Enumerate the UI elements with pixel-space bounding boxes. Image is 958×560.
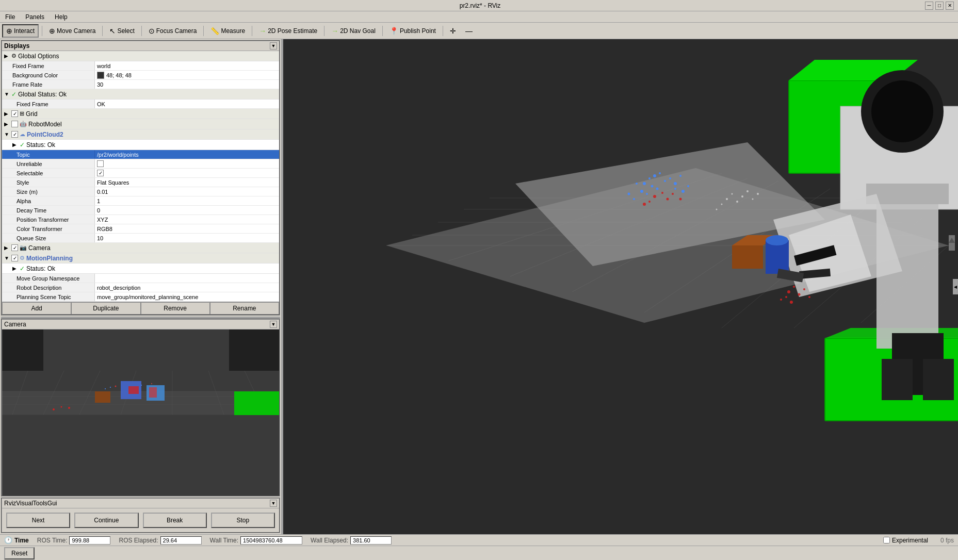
ros-time-field: ROS Time: 999.88	[37, 536, 111, 545]
robot-description-value[interactable]: robot_description	[95, 283, 279, 292]
interact-button[interactable]: ⊕ Interact	[2, 24, 39, 38]
selectable-checkbox[interactable]	[97, 170, 104, 176]
robot-model-row[interactable]: ▶ 🤖 RobotModel	[2, 119, 279, 129]
size-label: Size (m)	[2, 187, 95, 196]
background-color-value[interactable]: 48; 48; 48	[95, 71, 279, 79]
svg-point-21	[105, 388, 106, 389]
clock-icon: 🕐	[4, 536, 12, 544]
color-transformer-value[interactable]: RGB8	[95, 224, 279, 233]
style-row: Style Flat Squares	[2, 178, 279, 187]
3d-scene-svg	[283, 39, 958, 534]
svg-point-67	[659, 172, 661, 174]
unreliable-checkbox[interactable]	[97, 160, 104, 167]
next-button[interactable]: Next	[6, 513, 70, 528]
grid-expand[interactable]: ▶	[4, 111, 11, 117]
add-tool-icon: ✛	[450, 27, 456, 35]
menu-help[interactable]: Help	[52, 12, 71, 22]
continue-button[interactable]: Continue	[74, 513, 138, 528]
alpha-value[interactable]: 1	[95, 196, 279, 205]
svg-rect-61	[923, 359, 954, 400]
position-transformer-value[interactable]: XYZ	[95, 215, 279, 224]
focus-camera-button[interactable]: ⊙ Focus Camera	[145, 24, 201, 38]
measure-button[interactable]: 📏 Measure	[207, 24, 249, 38]
motion-planning-status-row[interactable]: ▶ ✓ Status: Ok	[2, 263, 279, 274]
camera-collapse-button[interactable]: ▼	[270, 321, 277, 328]
pointcloud2-row[interactable]: ▼ ☁ PointCloud2	[2, 129, 279, 140]
motion-planning-expand[interactable]: ▼	[4, 255, 11, 261]
nav-goal-button[interactable]: → 2D Nav Goal	[328, 24, 379, 38]
rename-button[interactable]: Rename	[210, 302, 279, 315]
camera-display-checkbox[interactable]	[11, 244, 18, 251]
pose-estimate-button[interactable]: → 2D Pose Estimate	[255, 24, 321, 38]
queue-size-value[interactable]: 10	[95, 234, 279, 242]
experimental-checkbox[interactable]	[883, 537, 890, 543]
frame-rate-value[interactable]: 30	[95, 80, 279, 89]
window-controls[interactable]: ─ □ ✕	[925, 2, 954, 10]
remove-tool-button[interactable]: —	[462, 24, 476, 38]
time-label: Time	[14, 537, 29, 544]
topic-row[interactable]: Topic /pr2/world/points	[2, 150, 279, 159]
global-status-row[interactable]: ▼ ✓ Global Status: Ok	[2, 89, 279, 100]
3d-viewport[interactable]: ◀	[283, 39, 958, 534]
pointcloud2-status-row[interactable]: ▶ ✓ Status: Ok	[2, 140, 279, 150]
reset-button[interactable]: Reset	[4, 547, 35, 559]
grid-checkbox[interactable]	[11, 110, 18, 117]
publish-point-button[interactable]: 📍 Publish Point	[386, 24, 440, 38]
displays-collapse-button[interactable]: ▼	[270, 42, 277, 50]
topic-value[interactable]: /pr2/world/points	[95, 150, 279, 159]
motion-planning-checkbox[interactable]	[11, 255, 18, 261]
toolbar-separator-4	[203, 26, 204, 36]
wall-elapsed-field: Wall Elapsed: 381.60	[311, 536, 392, 545]
robot-model-expand[interactable]: ▶	[4, 121, 11, 127]
add-button[interactable]: Add	[2, 302, 71, 315]
robot-model-checkbox[interactable]	[11, 121, 18, 127]
grid-row[interactable]: ▶ ⊞ Grid	[2, 109, 279, 119]
ros-elapsed-field: ROS Elapsed: 29.64	[119, 536, 201, 545]
toolbar-separator-7	[382, 26, 383, 36]
maximize-button[interactable]: □	[935, 2, 944, 10]
motion-planning-status-expand[interactable]: ▶	[12, 266, 20, 271]
stop-button[interactable]: Stop	[211, 513, 275, 528]
camera-display-row[interactable]: ▶ 📷 Camera	[2, 243, 279, 253]
fixed-frame-value[interactable]: world	[95, 61, 279, 70]
svg-rect-106	[732, 245, 763, 269]
minimize-button[interactable]: ─	[925, 2, 933, 10]
pose-estimate-icon: →	[259, 27, 266, 35]
pointcloud2-status-expand[interactable]: ▶	[12, 142, 20, 147]
planning-scene-topic-value[interactable]: move_group/monitored_planning_scene	[95, 292, 279, 301]
break-button[interactable]: Break	[143, 513, 207, 528]
camera-display-icon: 📷	[20, 244, 27, 251]
global-options-row[interactable]: ▶ ⚙ Global Options	[2, 51, 279, 61]
select-button[interactable]: ↖ Select	[106, 24, 138, 38]
global-status-expand[interactable]: ▼	[4, 91, 11, 97]
menu-file[interactable]: File	[2, 12, 18, 22]
motion-planning-row[interactable]: ▼ ⚙ MotionPlanning	[2, 253, 279, 263]
window-title: pr2.rviz* - RViz	[35, 2, 925, 9]
svg-point-23	[115, 386, 117, 387]
global-options-expand[interactable]: ▶	[4, 53, 11, 59]
add-tool-button[interactable]: ✛	[446, 24, 460, 38]
wall-elapsed-value: 381.60	[350, 536, 392, 545]
remove-button[interactable]: Remove	[141, 302, 210, 315]
pointcloud2-expand[interactable]: ▼	[4, 131, 11, 137]
size-value[interactable]: 0.01	[95, 187, 279, 196]
duplicate-button[interactable]: Duplicate	[71, 302, 140, 315]
style-value[interactable]: Flat Squares	[95, 178, 279, 187]
displays-content[interactable]: ▶ ⚙ Global Options Fixed Frame world Bac…	[2, 51, 279, 302]
svg-rect-18	[234, 391, 279, 415]
ros-elapsed-label: ROS Elapsed:	[119, 537, 158, 544]
rviz-tools-collapse-button[interactable]: ▼	[270, 500, 277, 507]
move-group-ns-value[interactable]	[95, 274, 279, 283]
time-section: 🕐 Time	[4, 536, 29, 544]
color-transformer-label: Color Transformer	[2, 224, 95, 233]
decay-time-value[interactable]: 0	[95, 206, 279, 215]
menu-panels[interactable]: Panels	[22, 12, 47, 22]
pointcloud2-checkbox[interactable]	[11, 131, 18, 138]
close-button[interactable]: ✕	[946, 2, 954, 10]
svg-point-68	[651, 185, 654, 188]
move-camera-button[interactable]: ⊕ Move Camera	[45, 24, 99, 38]
camera-display-expand[interactable]: ▶	[4, 245, 11, 251]
background-color-swatch[interactable]	[97, 72, 104, 79]
viewport-edge-handle[interactable]: ◀	[953, 279, 958, 294]
svg-point-82	[653, 195, 656, 198]
